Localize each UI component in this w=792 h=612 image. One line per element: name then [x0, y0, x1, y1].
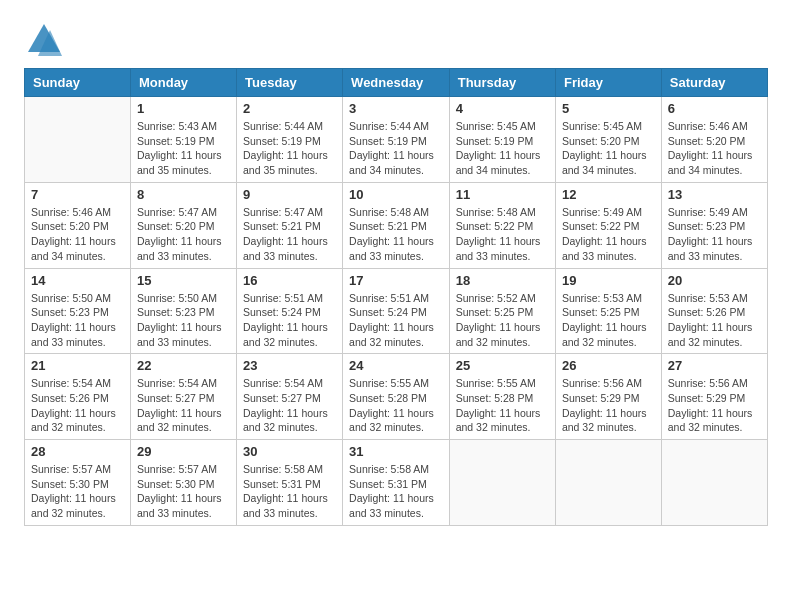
- calendar-cell: 15Sunrise: 5:50 AMSunset: 5:23 PMDayligh…: [130, 268, 236, 354]
- week-row-1: 1Sunrise: 5:43 AMSunset: 5:19 PMDaylight…: [25, 97, 768, 183]
- day-number: 11: [456, 187, 549, 202]
- logo: [24, 20, 68, 60]
- day-info: Sunrise: 5:58 AMSunset: 5:31 PMDaylight:…: [243, 462, 336, 521]
- calendar-cell: 19Sunrise: 5:53 AMSunset: 5:25 PMDayligh…: [555, 268, 661, 354]
- day-info: Sunrise: 5:54 AMSunset: 5:27 PMDaylight:…: [137, 376, 230, 435]
- calendar-cell: 16Sunrise: 5:51 AMSunset: 5:24 PMDayligh…: [237, 268, 343, 354]
- calendar-cell: [661, 440, 767, 526]
- week-row-5: 28Sunrise: 5:57 AMSunset: 5:30 PMDayligh…: [25, 440, 768, 526]
- day-number: 21: [31, 358, 124, 373]
- day-info: Sunrise: 5:54 AMSunset: 5:27 PMDaylight:…: [243, 376, 336, 435]
- col-header-thursday: Thursday: [449, 69, 555, 97]
- calendar-cell: [555, 440, 661, 526]
- calendar-cell: 20Sunrise: 5:53 AMSunset: 5:26 PMDayligh…: [661, 268, 767, 354]
- calendar-cell: 6Sunrise: 5:46 AMSunset: 5:20 PMDaylight…: [661, 97, 767, 183]
- calendar-cell: 24Sunrise: 5:55 AMSunset: 5:28 PMDayligh…: [343, 354, 450, 440]
- calendar-cell: 17Sunrise: 5:51 AMSunset: 5:24 PMDayligh…: [343, 268, 450, 354]
- calendar-cell: 1Sunrise: 5:43 AMSunset: 5:19 PMDaylight…: [130, 97, 236, 183]
- day-info: Sunrise: 5:49 AMSunset: 5:22 PMDaylight:…: [562, 205, 655, 264]
- day-info: Sunrise: 5:50 AMSunset: 5:23 PMDaylight:…: [137, 291, 230, 350]
- col-header-tuesday: Tuesday: [237, 69, 343, 97]
- day-info: Sunrise: 5:43 AMSunset: 5:19 PMDaylight:…: [137, 119, 230, 178]
- day-info: Sunrise: 5:54 AMSunset: 5:26 PMDaylight:…: [31, 376, 124, 435]
- day-number: 27: [668, 358, 761, 373]
- day-number: 24: [349, 358, 443, 373]
- day-number: 30: [243, 444, 336, 459]
- calendar-cell: [25, 97, 131, 183]
- calendar-cell: 26Sunrise: 5:56 AMSunset: 5:29 PMDayligh…: [555, 354, 661, 440]
- week-row-4: 21Sunrise: 5:54 AMSunset: 5:26 PMDayligh…: [25, 354, 768, 440]
- day-number: 13: [668, 187, 761, 202]
- page-header: [24, 20, 768, 60]
- col-header-monday: Monday: [130, 69, 236, 97]
- calendar-cell: 10Sunrise: 5:48 AMSunset: 5:21 PMDayligh…: [343, 182, 450, 268]
- day-number: 10: [349, 187, 443, 202]
- col-header-wednesday: Wednesday: [343, 69, 450, 97]
- day-info: Sunrise: 5:57 AMSunset: 5:30 PMDaylight:…: [31, 462, 124, 521]
- day-info: Sunrise: 5:57 AMSunset: 5:30 PMDaylight:…: [137, 462, 230, 521]
- calendar-body: 1Sunrise: 5:43 AMSunset: 5:19 PMDaylight…: [25, 97, 768, 526]
- calendar-cell: 28Sunrise: 5:57 AMSunset: 5:30 PMDayligh…: [25, 440, 131, 526]
- calendar-cell: 30Sunrise: 5:58 AMSunset: 5:31 PMDayligh…: [237, 440, 343, 526]
- calendar-cell: 21Sunrise: 5:54 AMSunset: 5:26 PMDayligh…: [25, 354, 131, 440]
- day-number: 5: [562, 101, 655, 116]
- day-number: 14: [31, 273, 124, 288]
- day-info: Sunrise: 5:56 AMSunset: 5:29 PMDaylight:…: [562, 376, 655, 435]
- day-number: 18: [456, 273, 549, 288]
- day-info: Sunrise: 5:44 AMSunset: 5:19 PMDaylight:…: [243, 119, 336, 178]
- day-info: Sunrise: 5:46 AMSunset: 5:20 PMDaylight:…: [31, 205, 124, 264]
- calendar-cell: 4Sunrise: 5:45 AMSunset: 5:19 PMDaylight…: [449, 97, 555, 183]
- col-header-sunday: Sunday: [25, 69, 131, 97]
- day-info: Sunrise: 5:56 AMSunset: 5:29 PMDaylight:…: [668, 376, 761, 435]
- calendar-cell: 8Sunrise: 5:47 AMSunset: 5:20 PMDaylight…: [130, 182, 236, 268]
- day-info: Sunrise: 5:51 AMSunset: 5:24 PMDaylight:…: [349, 291, 443, 350]
- day-info: Sunrise: 5:48 AMSunset: 5:22 PMDaylight:…: [456, 205, 549, 264]
- day-number: 6: [668, 101, 761, 116]
- calendar-cell: 13Sunrise: 5:49 AMSunset: 5:23 PMDayligh…: [661, 182, 767, 268]
- day-info: Sunrise: 5:45 AMSunset: 5:19 PMDaylight:…: [456, 119, 549, 178]
- calendar-cell: 31Sunrise: 5:58 AMSunset: 5:31 PMDayligh…: [343, 440, 450, 526]
- day-number: 19: [562, 273, 655, 288]
- day-info: Sunrise: 5:51 AMSunset: 5:24 PMDaylight:…: [243, 291, 336, 350]
- calendar-cell: 22Sunrise: 5:54 AMSunset: 5:27 PMDayligh…: [130, 354, 236, 440]
- day-info: Sunrise: 5:53 AMSunset: 5:26 PMDaylight:…: [668, 291, 761, 350]
- day-number: 25: [456, 358, 549, 373]
- day-number: 23: [243, 358, 336, 373]
- day-number: 29: [137, 444, 230, 459]
- day-number: 12: [562, 187, 655, 202]
- day-number: 8: [137, 187, 230, 202]
- week-row-3: 14Sunrise: 5:50 AMSunset: 5:23 PMDayligh…: [25, 268, 768, 354]
- day-info: Sunrise: 5:50 AMSunset: 5:23 PMDaylight:…: [31, 291, 124, 350]
- day-number: 17: [349, 273, 443, 288]
- calendar-cell: 5Sunrise: 5:45 AMSunset: 5:20 PMDaylight…: [555, 97, 661, 183]
- day-number: 16: [243, 273, 336, 288]
- day-number: 28: [31, 444, 124, 459]
- day-info: Sunrise: 5:46 AMSunset: 5:20 PMDaylight:…: [668, 119, 761, 178]
- calendar-cell: 7Sunrise: 5:46 AMSunset: 5:20 PMDaylight…: [25, 182, 131, 268]
- calendar-header-row: SundayMondayTuesdayWednesdayThursdayFrid…: [25, 69, 768, 97]
- calendar-cell: 3Sunrise: 5:44 AMSunset: 5:19 PMDaylight…: [343, 97, 450, 183]
- day-info: Sunrise: 5:47 AMSunset: 5:20 PMDaylight:…: [137, 205, 230, 264]
- calendar-cell: 12Sunrise: 5:49 AMSunset: 5:22 PMDayligh…: [555, 182, 661, 268]
- day-number: 26: [562, 358, 655, 373]
- day-info: Sunrise: 5:58 AMSunset: 5:31 PMDaylight:…: [349, 462, 443, 521]
- calendar-cell: 2Sunrise: 5:44 AMSunset: 5:19 PMDaylight…: [237, 97, 343, 183]
- day-info: Sunrise: 5:45 AMSunset: 5:20 PMDaylight:…: [562, 119, 655, 178]
- calendar-cell: 23Sunrise: 5:54 AMSunset: 5:27 PMDayligh…: [237, 354, 343, 440]
- day-number: 7: [31, 187, 124, 202]
- calendar-table: SundayMondayTuesdayWednesdayThursdayFrid…: [24, 68, 768, 526]
- calendar-cell: [449, 440, 555, 526]
- day-info: Sunrise: 5:53 AMSunset: 5:25 PMDaylight:…: [562, 291, 655, 350]
- day-number: 4: [456, 101, 549, 116]
- day-number: 1: [137, 101, 230, 116]
- day-info: Sunrise: 5:55 AMSunset: 5:28 PMDaylight:…: [456, 376, 549, 435]
- calendar-cell: 11Sunrise: 5:48 AMSunset: 5:22 PMDayligh…: [449, 182, 555, 268]
- day-info: Sunrise: 5:44 AMSunset: 5:19 PMDaylight:…: [349, 119, 443, 178]
- calendar-cell: 29Sunrise: 5:57 AMSunset: 5:30 PMDayligh…: [130, 440, 236, 526]
- col-header-saturday: Saturday: [661, 69, 767, 97]
- day-info: Sunrise: 5:47 AMSunset: 5:21 PMDaylight:…: [243, 205, 336, 264]
- day-number: 3: [349, 101, 443, 116]
- day-info: Sunrise: 5:49 AMSunset: 5:23 PMDaylight:…: [668, 205, 761, 264]
- day-info: Sunrise: 5:48 AMSunset: 5:21 PMDaylight:…: [349, 205, 443, 264]
- calendar-cell: 25Sunrise: 5:55 AMSunset: 5:28 PMDayligh…: [449, 354, 555, 440]
